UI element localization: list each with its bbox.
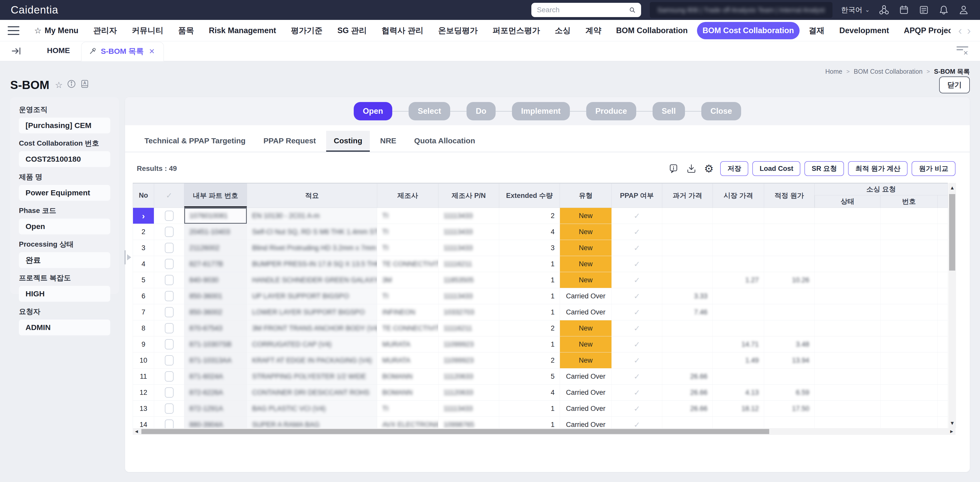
expand-panel-icon[interactable] [11, 46, 22, 57]
cell-no[interactable]: 10 [133, 352, 154, 368]
cell-pn[interactable]: 11113433 [438, 224, 499, 240]
cell-sr-status[interactable] [815, 256, 880, 272]
field-value-cost-collaboration-번호[interactable]: COST25100180 [19, 151, 110, 167]
scroll-left-icon[interactable]: ◄ [133, 428, 140, 435]
cell-target-cost[interactable] [764, 256, 815, 272]
cell-sr-no[interactable] [880, 385, 938, 401]
row-checkbox[interactable] [165, 259, 173, 269]
cell-sr-no[interactable] [880, 352, 938, 368]
cell-qty[interactable]: 1 [499, 304, 560, 320]
cell-target-cost[interactable] [764, 288, 815, 304]
cell-mfr[interactable]: INFINEON [377, 304, 438, 320]
cell-ppap[interactable]: ✓ [612, 272, 662, 288]
cell-mfr[interactable]: TI [377, 401, 438, 417]
nav-item-온보딩평가[interactable]: 온보딩평가 [433, 21, 484, 40]
cell-type[interactable]: New [560, 240, 612, 256]
search-input[interactable] [537, 6, 629, 14]
cell-market-price[interactable]: 1.27 [713, 272, 764, 288]
cell-past-price[interactable] [662, 336, 713, 352]
cell-select[interactable] [154, 368, 184, 385]
cell-type[interactable]: Carried Over [560, 304, 612, 320]
cell-market-price[interactable]: 18.12 [713, 401, 764, 417]
cell-select[interactable] [154, 224, 184, 240]
cell-mfr[interactable]: MURATA [377, 352, 438, 368]
cell-sr-status[interactable] [815, 352, 880, 368]
cell-mfr[interactable]: AVX ELECTRONICS [377, 417, 438, 428]
col-no[interactable]: No [133, 183, 154, 208]
cell-pn[interactable]: 11099923 [438, 336, 499, 352]
cell-mfr[interactable]: TI [377, 224, 438, 240]
step-implement[interactable]: Implement [512, 102, 570, 121]
cell-type[interactable]: New [560, 320, 612, 336]
cell-part[interactable]: 871-6024A [184, 368, 247, 385]
cell-select[interactable] [154, 385, 184, 401]
step-close[interactable]: Close [701, 102, 741, 121]
cell-type[interactable]: Carried Over [560, 288, 612, 304]
cell-market-price[interactable] [713, 304, 764, 320]
cell-qty[interactable]: 2 [499, 320, 560, 336]
favorite-star-icon[interactable]: ☆ [55, 80, 62, 90]
cell-no[interactable]: 2 [133, 224, 154, 240]
horizontal-scrollbar[interactable]: ◄ ► [133, 428, 956, 435]
cell-past-price[interactable] [662, 256, 713, 272]
cell-no[interactable]: 3 [133, 240, 154, 256]
cell-ppap[interactable]: ✓ [612, 224, 662, 240]
cell-type[interactable]: New [560, 208, 612, 224]
cell-market-price[interactable]: 1.49 [713, 352, 764, 368]
field-value-phase-코드[interactable]: Open [19, 219, 110, 235]
cell-type[interactable]: Carried Over [560, 385, 612, 401]
cell-type[interactable]: New [560, 336, 612, 352]
col-sr-no[interactable]: 번호 [880, 195, 938, 208]
cell-no[interactable]: › [133, 208, 154, 224]
cell-desc[interactable]: Blind Rivet Protruding HD 3.2mm x 7mm S [247, 240, 377, 256]
cell-market-price[interactable]: 14.71 [713, 336, 764, 352]
col-manufacturer[interactable]: 제조사 [377, 183, 438, 208]
row-checkbox[interactable] [165, 387, 173, 398]
cell-desc[interactable]: LOWER LAYER SUPPORT BIGSPO [247, 304, 377, 320]
cell-ppap[interactable]: ✓ [612, 336, 662, 352]
table-row[interactable]: 9 871-10307SB CORRUGATED CAP (V4) MURATA… [133, 336, 948, 352]
col-sr-status[interactable]: 상태 [815, 195, 880, 208]
cell-ppap[interactable]: ✓ [612, 320, 662, 336]
cell-market-price[interactable] [713, 208, 764, 224]
cell-pn[interactable]: 11113433 [438, 208, 499, 224]
cell-type[interactable]: Carried Over [560, 368, 612, 385]
col-type[interactable]: 유형 [560, 183, 612, 208]
cell-select[interactable] [154, 256, 184, 272]
step-sell[interactable]: Sell [652, 102, 685, 121]
cell-part[interactable]: 827-6177B [184, 256, 247, 272]
nav-item-품목[interactable]: 품목 [172, 21, 200, 40]
org-network-icon[interactable] [878, 4, 890, 16]
cell-pn[interactable]: 11120633 [438, 385, 499, 401]
cell-target-cost[interactable] [764, 240, 815, 256]
cell-target-cost[interactable]: 17.50 [764, 401, 815, 417]
close-all-tabs-icon[interactable]: ✕ [956, 46, 968, 57]
nav-item-커뮤니티[interactable]: 커뮤니티 [126, 21, 169, 40]
cell-ppap[interactable]: ✓ [612, 208, 662, 224]
table-row[interactable]: 5 840-9030 HANDLE SCHNEIDER GREEN GALAXY… [133, 272, 948, 288]
cell-sr-no[interactable] [880, 417, 938, 428]
cell-part[interactable]: 20451-10403 [184, 224, 247, 240]
cell-type[interactable]: New [560, 256, 612, 272]
tab-costing[interactable]: Costing [326, 131, 370, 152]
cell-sr-status[interactable] [815, 304, 880, 320]
field-value-제품-명[interactable]: Power Equipment [19, 185, 110, 201]
row-checkbox[interactable] [165, 403, 173, 414]
cell-qty[interactable]: 2 [499, 352, 560, 368]
nav-item-risk-management[interactable]: Risk Management [203, 22, 282, 39]
nav-item-my-menu[interactable]: ☆My Menu [29, 22, 84, 40]
cell-sr-status[interactable] [815, 224, 880, 240]
calendar-icon[interactable] [898, 4, 910, 16]
cell-desc[interactable]: BUMPER PRESS-IN 17.8 SQ X 13.5 THK B [247, 256, 377, 272]
cell-sr-status[interactable] [815, 320, 880, 336]
cell-past-price[interactable]: 26.66 [662, 368, 713, 385]
cell-ppap[interactable]: ✓ [612, 304, 662, 320]
tab-nre[interactable]: NRE [372, 131, 404, 152]
tab-quota-allocation[interactable]: Quota Allocation [407, 131, 483, 152]
table-row[interactable]: 7 850-36002 LOWER LAYER SUPPORT BIGSPO I… [133, 304, 948, 320]
cell-market-price[interactable] [713, 320, 764, 336]
language-selector[interactable]: 한국어 ⌄ [841, 5, 870, 15]
row-checkbox[interactable] [165, 355, 173, 365]
scroll-right-icon[interactable]: ► [948, 428, 956, 435]
cell-sr-status[interactable] [815, 336, 880, 352]
